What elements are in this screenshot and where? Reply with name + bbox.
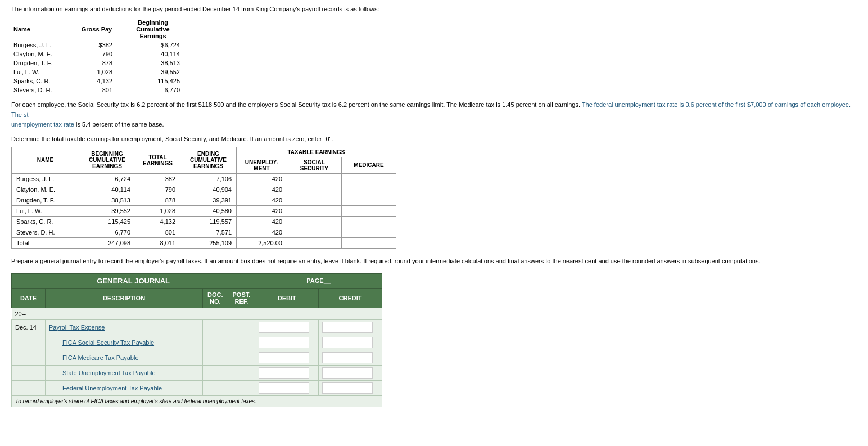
social-security-input[interactable] xyxy=(292,175,337,182)
taxable-earnings-table: NAME BEGINNINGCUMULATIVEEARNINGS TOTALEA… xyxy=(11,147,396,249)
social-security-input[interactable] xyxy=(292,208,337,214)
medicare-input[interactable] xyxy=(346,240,391,246)
info-paragraph: For each employee, the Social Security t… xyxy=(11,100,857,130)
th-name: NAME xyxy=(12,147,79,173)
instruction-text: Determine the total taxable earnings for… xyxy=(11,136,857,142)
th-date: DATE xyxy=(12,288,46,308)
top-table-row: Drugden, T. F.87838,513 xyxy=(11,58,191,67)
credit-input[interactable] xyxy=(322,382,373,394)
journal-desc-link[interactable]: FICA Social Security Tax Payable xyxy=(62,339,154,346)
th-credit: CREDIT xyxy=(319,288,382,308)
journal-footer-row: To record employer's share of FICA taxes… xyxy=(12,395,382,407)
general-journal-section: GENERAL JOURNAL PAGE__ DATE DESCRIPTION … xyxy=(11,273,857,407)
credit-input[interactable] xyxy=(322,322,373,333)
journal-desc-link[interactable]: FICA Medicare Tax Payable xyxy=(62,354,139,361)
debit-input[interactable] xyxy=(259,367,309,379)
th-debit: DEBIT xyxy=(255,288,319,308)
blue-text-state: unemployment tax rate xyxy=(11,121,74,128)
earnings-row: Burgess, J. L.6,7243827,106420 xyxy=(12,173,396,184)
debit-input[interactable] xyxy=(259,352,309,363)
medicare-input[interactable] xyxy=(346,208,391,214)
medicare-input[interactable] xyxy=(346,175,391,182)
th-end-cum: ENDINGCUMULATIVEEARNINGS xyxy=(180,147,237,173)
medicare-input[interactable] xyxy=(346,186,391,193)
credit-input[interactable] xyxy=(322,352,373,363)
th-doc-no: DOC.NO. xyxy=(203,288,228,308)
th-total: TOTALEARNINGS xyxy=(135,147,180,173)
journal-entry-row: State Unemployment Tax Payable xyxy=(12,365,382,380)
col-gross-pay: Gross Pay xyxy=(79,18,124,40)
earnings-row: Sparks, C. R.115,4254,132119,557420 xyxy=(12,216,396,227)
earnings-row: Lui, L. W.39,5521,02840,580420 xyxy=(12,205,396,216)
top-table-row: Stevers, D. H.8016,770 xyxy=(11,85,191,94)
journal-entry-row: FICA Social Security Tax Payable xyxy=(12,335,382,350)
social-security-input[interactable] xyxy=(292,240,337,246)
journal-table: GENERAL JOURNAL PAGE__ DATE DESCRIPTION … xyxy=(11,273,382,407)
journal-title: GENERAL JOURNAL xyxy=(12,273,255,288)
col-beg-cum: BeginningCumulativeEarnings xyxy=(124,18,191,40)
th-unemploy: UNEMPLOY-MENT xyxy=(237,157,287,173)
blue-text-federal: The federal unemployment tax rate is 0.6… xyxy=(11,101,851,118)
th-taxable-earnings: TAXABLE EARNINGS xyxy=(237,147,396,157)
journal-desc-link[interactable]: State Unemployment Tax Payable xyxy=(62,370,156,376)
journal-desc-link[interactable]: Federal Unemployment Tax Payable xyxy=(62,385,162,391)
medicare-input[interactable] xyxy=(346,197,391,204)
journal-desc-link[interactable]: Payroll Tax Expense xyxy=(49,324,105,331)
th-description: DESCRIPTION xyxy=(46,288,203,308)
th-social: SOCIALSECURITY xyxy=(287,157,342,173)
debit-input[interactable] xyxy=(259,322,309,333)
top-table-row: Clayton, M. E.79040,114 xyxy=(11,49,191,58)
credit-input[interactable] xyxy=(322,367,373,379)
top-table-row: Sparks, C. R.4,132115,425 xyxy=(11,76,191,85)
journal-entry-row: FICA Medicare Tax Payable xyxy=(12,350,382,365)
social-security-input[interactable] xyxy=(292,186,337,193)
top-table-row: Lui, L. W.1,02839,552 xyxy=(11,67,191,76)
medicare-input[interactable] xyxy=(346,218,391,225)
col-name: Name xyxy=(11,18,79,40)
intro-text: The information on earnings and deductio… xyxy=(11,6,857,12)
top-table-row: Burgess, J. L.$382$6,724 xyxy=(11,40,191,49)
journal-instruction: Prepare a general journal entry to recor… xyxy=(11,258,857,264)
earnings-row: Drugden, T. F.38,51387839,391420 xyxy=(12,195,396,205)
earnings-row: Clayton, M. E.40,11479040,904420 xyxy=(12,184,396,195)
earnings-row: Stevers, D. H.6,7708017,571420 xyxy=(12,227,396,237)
social-security-input[interactable] xyxy=(292,218,337,225)
th-medicare: MEDICARE xyxy=(342,157,396,173)
journal-page-label: PAGE__ xyxy=(255,273,382,288)
th-post-ref: POST.REF. xyxy=(228,288,255,308)
journal-entry-row: Federal Unemployment Tax Payable xyxy=(12,380,382,395)
credit-input[interactable] xyxy=(322,337,373,348)
social-security-input[interactable] xyxy=(292,229,337,236)
debit-input[interactable] xyxy=(259,382,309,394)
th-beg-cum: BEGINNINGCUMULATIVEEARNINGS xyxy=(79,147,135,173)
earnings-row: Total247,0988,011255,1092,520.00 xyxy=(12,237,396,248)
employee-earnings-table: Name Gross Pay BeginningCumulativeEarnin… xyxy=(11,18,857,94)
social-security-input[interactable] xyxy=(292,197,337,204)
journal-year-row: 20-- xyxy=(12,308,382,319)
journal-entry-row: Dec. 14Payroll Tax Expense xyxy=(12,319,382,335)
debit-input[interactable] xyxy=(259,337,309,348)
medicare-input[interactable] xyxy=(346,229,391,236)
